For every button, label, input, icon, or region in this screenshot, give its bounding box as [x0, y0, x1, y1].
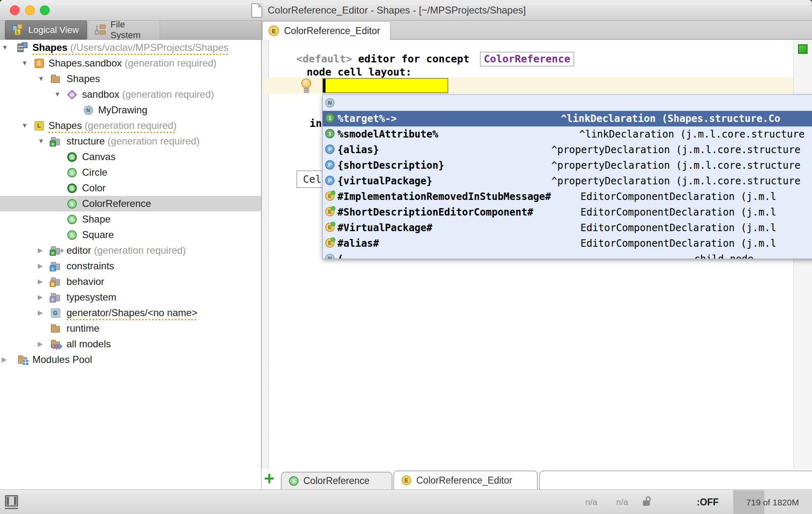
editor-tab-active[interactable]: E ColorReference_Editor	[262, 21, 390, 40]
edited-cell[interactable]	[322, 78, 448, 93]
tree-item-label: Shapes (/Users/vaclav/MPSProjects/Shapes	[32, 40, 229, 55]
project-view-toolbar: DSL Logical View File System ⚙ ▾	[0, 21, 261, 40]
completion-item-label: (_	[337, 251, 349, 259]
tab-strip-edge	[539, 470, 812, 489]
chevron-right-icon[interactable]: ▶	[38, 258, 43, 274]
tree-item-mydrawing[interactable]: NMyDrawing	[0, 102, 261, 118]
chevron-right-icon[interactable]: ▶	[38, 305, 43, 321]
status-encoding-widget[interactable]: n/a	[616, 490, 628, 514]
completion-item--target-[interactable]: 1%target%->^linkDeclaration (Shapes.stru…	[323, 111, 812, 126]
chevron-down-icon[interactable]: ▼	[38, 133, 44, 149]
panel-splitter[interactable]	[261, 21, 262, 489]
completion-item--smodelattribute-[interactable]: 1%smodelAttribute%^linkDeclaration (j.m.…	[323, 126, 812, 142]
tree-item-structure[interactable]: ▼sstructure (generation required)	[0, 133, 261, 149]
completion-item--virtualpackage-[interactable]: E#VirtualPackage#EditorComponentDeclarat…	[323, 220, 812, 236]
highlight-level-label[interactable]: :OFF	[697, 490, 719, 514]
zoom-button[interactable]	[40, 5, 50, 15]
node-icon: N	[83, 105, 94, 115]
editor-icon: E	[401, 475, 411, 485]
tree-item-label: Shapes	[67, 71, 100, 87]
bottom-tab-concept[interactable]: S ColorReference	[281, 472, 392, 489]
chevron-right-icon[interactable]: ▶	[2, 352, 7, 367]
close-button[interactable]	[10, 5, 20, 15]
concept-reference[interactable]: ColorReference	[480, 52, 575, 67]
completion-item-type: EditorComponentDeclaration (j.m.l	[580, 220, 776, 236]
completion-item--shortdescriptioneditorcomponent-[interactable]: E#ShortDescriptionEditorComponent#Editor…	[323, 204, 812, 220]
tree-item-shape[interactable]: SShape	[0, 211, 261, 227]
completion-item-type: EditorComponentDeclaration (j.m.l	[580, 189, 776, 204]
tree-item-label: generator/Shapes/<no name>	[67, 305, 197, 321]
concept-icon: S	[289, 476, 298, 486]
model-typesystem-icon: t	[50, 292, 61, 303]
chevron-down-icon[interactable]: ▼	[38, 71, 44, 87]
tree-item-label: ColorReference	[82, 196, 151, 211]
tree-item-label: behavior	[67, 274, 104, 289]
bottom-tab-editor[interactable]: E ColorReference_Editor	[393, 470, 538, 489]
tree-item-label: Shape	[82, 211, 110, 227]
completion-item--[interactable]: N(_child node	[323, 251, 812, 259]
tree-item-suffix: (generation required)	[91, 245, 186, 256]
tab-logical-view-label: Logical View	[28, 25, 79, 35]
modules-pool-icon	[17, 354, 28, 365]
intention-lightbulb-icon[interactable]	[299, 78, 314, 93]
bottom-tab-strip: + S ColorReference E ColorReference_Edit…	[261, 469, 812, 489]
chevron-right-icon[interactable]: ▶	[38, 336, 43, 352]
tab-file-system-label: File System	[110, 19, 153, 41]
editor-concept-icon: E	[268, 25, 279, 36]
inspection-status-indicator[interactable]	[798, 44, 807, 54]
tree-item-suffix: (generation required)	[105, 135, 200, 147]
minimize-button[interactable]	[25, 5, 35, 15]
tree-item-label: sandbox (generation required)	[82, 87, 214, 102]
tab-logical-view[interactable]: DSL Logical View	[5, 21, 87, 39]
tree-item-shapes-sandbox[interactable]: ▼SShapes.sandbox (generation required)	[0, 55, 261, 71]
memory-indicator[interactable]: 719 of 1820M	[733, 490, 812, 514]
concept-icon: S	[67, 198, 77, 209]
tree-item-generator-shapes-no-name-[interactable]: ▶Ggenerator/Shapes/<no name>	[0, 305, 261, 321]
completion-item-label: {virtualPackage}	[337, 173, 432, 189]
status-position-widget[interactable]: n/a	[585, 490, 597, 514]
chevron-down-icon[interactable]: ▼	[2, 40, 8, 55]
unlock-icon[interactable]	[642, 496, 652, 508]
tree-item-colorreference[interactable]: SColorReference	[0, 196, 261, 211]
all-models-icon	[50, 339, 61, 349]
tree-item-shapes[interactable]: ▼Shapes (/Users/vaclav/MPSProjects/Shape…	[0, 40, 261, 55]
completion-item--alias-[interactable]: E#alias#EditorComponentDeclaration (j.m.…	[323, 236, 812, 251]
completion-item--virtualpackage-[interactable]: P{virtualPackage}^propertyDeclaration (j…	[323, 173, 812, 189]
add-aspect-button[interactable]: +	[264, 470, 275, 488]
tree-item-typesystem[interactable]: ▶ttypesystem	[0, 289, 261, 305]
completion-item-label: #ShortDescriptionEditorComponent#	[337, 204, 533, 220]
completion-item--shortdescription-[interactable]: P{shortDescription}^propertyDeclaration …	[323, 158, 812, 173]
chevron-right-icon[interactable]: ▶	[38, 289, 43, 305]
tree-item-editor[interactable]: ▶e*editor (generation required)	[0, 243, 261, 258]
chevron-down-icon[interactable]: ▼	[21, 118, 28, 133]
text-caret	[323, 79, 326, 92]
chevron-down-icon[interactable]: ▼	[54, 87, 61, 102]
tree-item-label: typesystem	[67, 289, 116, 305]
completion-item-label: #alias#	[337, 236, 379, 251]
tree-item-canvas[interactable]: SCanvas	[0, 149, 261, 165]
toolwindow-toggle-icon[interactable]	[5, 495, 18, 507]
completion-item--implementationremovedinstubmessage-[interactable]: E#ImplementationRemovedInStubMessage#Edi…	[323, 189, 812, 204]
tree-item-circle[interactable]: SCircle	[0, 165, 261, 180]
tree-item-square[interactable]: SSquare	[0, 227, 261, 243]
tree-item-constraints[interactable]: ▶cconstraints	[0, 258, 261, 274]
tree-item-behavior[interactable]: ▶bbehavior	[0, 274, 261, 289]
chevron-right-icon[interactable]: ▶	[38, 274, 43, 289]
document-icon	[251, 3, 262, 18]
tree-item-runtime[interactable]: runtime	[0, 321, 261, 336]
tab-file-system[interactable]: File System	[88, 21, 160, 39]
tree-item-all-models[interactable]: ▶all models	[0, 336, 261, 352]
tree-item-modules-pool[interactable]: ▶Modules Pool	[0, 352, 261, 367]
completion-item-type: ^propertyDeclaration (j.m.l.core.structu…	[551, 158, 801, 173]
editor-component-icon: E	[325, 238, 335, 248]
editor-gutter	[262, 40, 269, 469]
completion-item--alias-[interactable]: P{alias}^propertyDeclaration (j.m.l.core…	[323, 142, 812, 158]
tree-item-shapes[interactable]: ▼LShapes (generation required)	[0, 118, 261, 133]
editor-tab-label: ColorReference_Editor	[284, 25, 380, 37]
completion-item[interactable]: N	[323, 96, 812, 111]
chevron-down-icon[interactable]: ▼	[21, 55, 28, 71]
chevron-right-icon[interactable]: ▶	[38, 243, 43, 258]
tree-item-color[interactable]: SColor	[0, 180, 261, 196]
tree-item-shapes[interactable]: ▼Shapes	[0, 71, 261, 87]
tree-item-sandbox[interactable]: ▼Msandbox (generation required)	[0, 87, 261, 102]
